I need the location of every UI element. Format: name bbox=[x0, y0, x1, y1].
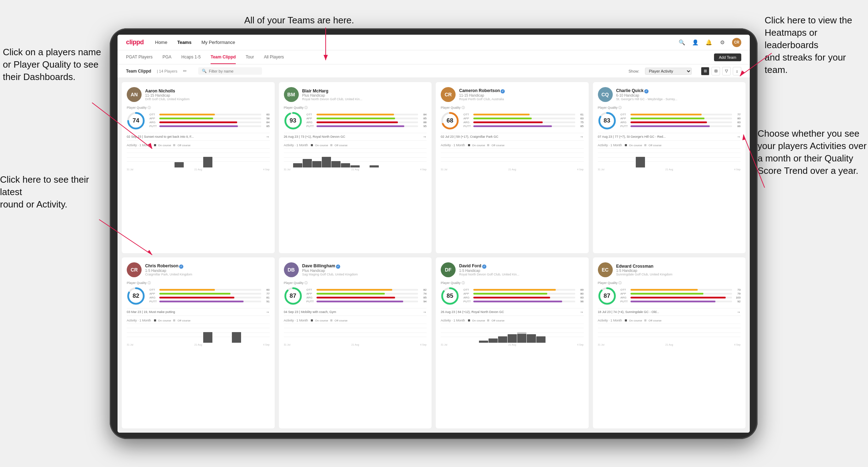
chart-dates: 31 Jul 21 Aug 4 Sep bbox=[598, 168, 741, 171]
latest-round[interactable]: 02 Sep 23 | Sunset round to get back int… bbox=[127, 133, 270, 141]
subnav-team-clippd[interactable]: Team Clippd bbox=[211, 50, 236, 64]
latest-round[interactable]: 03 Mar 23 | 19, Must make putting → bbox=[127, 308, 270, 316]
chart-bars bbox=[127, 154, 270, 167]
player-header: DF David Ford✓ 1-5 Handicap Royal North … bbox=[441, 262, 584, 277]
annotation-teams: All of your Teams are here. bbox=[244, 14, 354, 27]
edit-icon[interactable]: ✏ bbox=[183, 68, 187, 74]
subnav-pga[interactable]: PGA bbox=[162, 50, 171, 64]
stat-row-arg: ARG 85 bbox=[307, 296, 427, 299]
player-club: Drift Golf Club, United Kingdom bbox=[145, 97, 270, 101]
mini-chart bbox=[127, 324, 270, 343]
show-select[interactable]: Player Activity Quality Score Trend bbox=[645, 68, 692, 75]
player-name[interactable]: Edward Crossman bbox=[616, 264, 741, 269]
quality-label: Player Quality ⓘ bbox=[284, 281, 427, 285]
ipad-screen: clippd Home Teams My Performance 🔍 👤 🔔 ⚙… bbox=[118, 35, 750, 433]
mini-chart bbox=[441, 148, 584, 167]
player-name[interactable]: David Ford✓ bbox=[459, 263, 584, 269]
quality-label: Player Quality ⓘ bbox=[598, 281, 741, 285]
quality-circle[interactable]: 85 bbox=[441, 287, 459, 305]
player-header: AN Aaron Nicholls 11-15 Handicap Drift G… bbox=[127, 87, 270, 102]
player-name[interactable]: Cameron Robertson✓ bbox=[459, 88, 584, 93]
settings-icon[interactable]: ⚙ bbox=[719, 39, 726, 46]
player-club: Royal North Devon Golf Club, United Kin.… bbox=[459, 273, 584, 276]
quality-circle[interactable]: 93 bbox=[284, 112, 302, 130]
nav-item-performance[interactable]: My Performance bbox=[201, 40, 235, 45]
quality-circle[interactable]: 83 bbox=[598, 112, 616, 130]
nav-item-teams[interactable]: Teams bbox=[177, 40, 192, 45]
player-handicap: 11-15 Handicap bbox=[145, 93, 270, 97]
subnav-all-players[interactable]: All Players bbox=[264, 50, 284, 64]
profile-icon[interactable]: 👤 bbox=[692, 39, 699, 46]
quality-label: Player Quality ⓘ bbox=[441, 281, 584, 285]
filter-button[interactable]: ▽ bbox=[722, 67, 731, 75]
player-handicap: 11-15 Handicap bbox=[459, 93, 584, 97]
player-name[interactable]: Blair McHarg bbox=[302, 89, 427, 93]
chart-bars bbox=[441, 154, 584, 167]
latest-round[interactable]: 02 Jul 23 | 59 (+17), Craigmillar Park G… bbox=[441, 133, 584, 141]
activity-section: Activity · 1 Month On course Off course bbox=[441, 143, 584, 171]
round-arrow-icon: → bbox=[580, 310, 584, 314]
team-header: Team Clippd | 14 Players ✏ 🔍 Show: Playe… bbox=[118, 64, 750, 78]
quality-circle[interactable]: 87 bbox=[284, 287, 302, 305]
quality-circle[interactable]: 68 bbox=[441, 112, 459, 130]
latest-round[interactable]: 04 Sep 23 | Mobility with coach, Gym → bbox=[284, 308, 427, 316]
nav-item-home[interactable]: Home bbox=[155, 40, 167, 45]
chart-dates: 31 Jul 21 Aug 4 Sep bbox=[441, 168, 584, 171]
quality-circle[interactable]: 74 bbox=[127, 112, 145, 130]
player-handicap: 1-5 Handicap bbox=[616, 269, 741, 273]
latest-round[interactable]: 26 Aug 23 | 84 (+12), Royal North Devon … bbox=[441, 308, 584, 316]
team-title: Team Clippd bbox=[126, 69, 151, 74]
list-view-button[interactable]: ⊟ bbox=[712, 67, 720, 75]
player-handicap: 6-10 Handicap bbox=[616, 93, 741, 97]
add-team-button[interactable]: Add Team bbox=[714, 53, 741, 61]
player-name[interactable]: Aaron Nicholls bbox=[145, 89, 270, 93]
player-card: CR Cameron Robertson✓ 11-15 Handicap Roy… bbox=[436, 82, 589, 253]
quality-circle[interactable]: 87 bbox=[598, 287, 616, 305]
avatar: EC bbox=[598, 262, 613, 277]
search-input[interactable] bbox=[209, 69, 258, 73]
sort-button[interactable]: ↕ bbox=[733, 67, 741, 75]
stat-row-ott: OTT 77 bbox=[621, 113, 741, 116]
on-course-dot bbox=[311, 319, 313, 321]
search-icon[interactable]: 🔍 bbox=[678, 39, 685, 46]
grid-view-button[interactable]: ⊞ bbox=[701, 67, 709, 75]
player-name[interactable]: Dave Billingham✓ bbox=[302, 263, 427, 269]
avatar-icon[interactable]: CR bbox=[732, 38, 741, 47]
activity-section: Activity · 1 Month On course Off course bbox=[441, 319, 584, 346]
bell-icon[interactable]: 🔔 bbox=[705, 39, 712, 46]
stat-row-arg: ARG 81 bbox=[149, 296, 270, 299]
quality-label: Player Quality ⓘ bbox=[441, 106, 584, 110]
latest-round[interactable]: 26 Aug 23 | 73 (+1), Royal North Devon G… bbox=[284, 133, 427, 141]
nav-icons: 🔍 👤 🔔 ⚙ CR bbox=[678, 38, 741, 47]
quality-section: Player Quality ⓘ 87 OTT 73 bbox=[598, 281, 741, 305]
activity-section: Activity · 1 Month On course Off course bbox=[598, 319, 741, 346]
stat-row-ott: OTT 61 bbox=[463, 113, 584, 116]
subnav-pgat[interactable]: PGAT Players bbox=[126, 50, 153, 64]
chart-bars bbox=[284, 329, 427, 343]
avatar: DF bbox=[441, 262, 456, 277]
avatar: DB bbox=[284, 262, 299, 277]
player-card: CQ Charlie Quick✓ 6-10 Handicap St. Geor… bbox=[593, 82, 746, 253]
player-name[interactable]: Chris Robertson✓ bbox=[145, 263, 270, 269]
stat-row-arg: ARG 84 bbox=[149, 121, 270, 124]
player-header: CR Cameron Robertson✓ 11-15 Handicap Roy… bbox=[441, 87, 584, 102]
stat-row-app: APP 80 bbox=[463, 292, 584, 295]
latest-round[interactable]: 07 Aug 23 | 77 (+7), St George's Hill GC… bbox=[598, 133, 741, 141]
nav-logo: clippd bbox=[126, 39, 144, 46]
mini-chart bbox=[441, 324, 584, 343]
quality-label: Player Quality ⓘ bbox=[598, 106, 741, 110]
player-header: CR Chris Robertson✓ 1-5 Handicap Craigmi… bbox=[127, 262, 270, 277]
player-name[interactable]: Charlie Quick✓ bbox=[616, 88, 741, 93]
chart-dates: 31 Jul 21 Aug 4 Sep bbox=[598, 343, 741, 346]
quality-circle[interactable]: 82 bbox=[127, 287, 145, 305]
verified-badge: ✓ bbox=[179, 264, 183, 269]
avatar: CR bbox=[127, 262, 142, 277]
stat-row-ott: OTT 60 bbox=[149, 288, 270, 291]
subnav-tour[interactable]: Tour bbox=[246, 50, 254, 64]
off-course-dot bbox=[644, 144, 646, 146]
player-club: St. George's Hill GC - Weybridge - Surre… bbox=[616, 97, 741, 101]
off-course-dot bbox=[330, 319, 332, 321]
latest-round[interactable]: 18 Jul 23 | 74 (+4), Sunningdale GC - Ol… bbox=[598, 308, 741, 316]
subnav-hcaps[interactable]: Hcaps 1-5 bbox=[181, 50, 201, 64]
on-course-dot bbox=[154, 319, 156, 321]
